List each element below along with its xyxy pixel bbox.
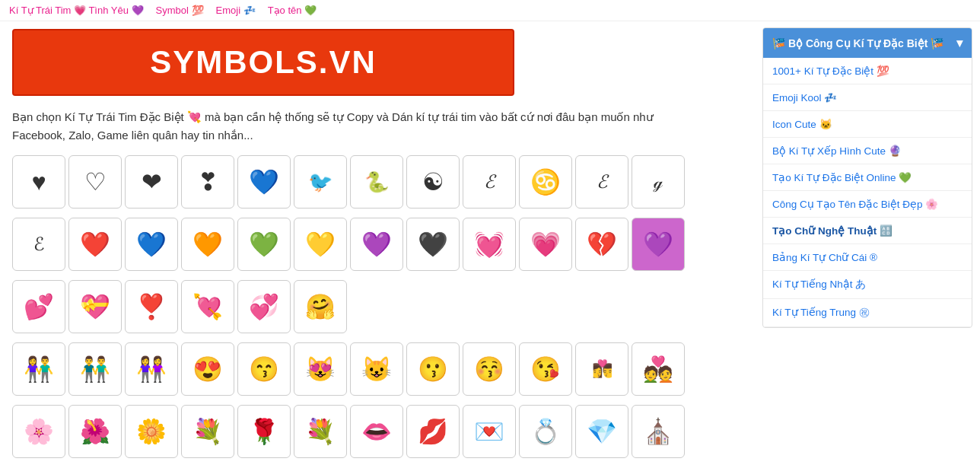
sidebar-item: Bảng Kí Tự Chữ Cái ®	[763, 244, 972, 271]
symbol-section-2: ℰ ❤️ 💙 🧡 💚 💛 💜 🖤 💓 💗 💔 💜	[12, 218, 743, 271]
sidebar-item: Tạo Chữ Nghệ Thuật 🔠	[763, 218, 972, 244]
symbol-cell[interactable]: 👄	[350, 405, 403, 458]
symbol-cell[interactable]: 💔	[575, 218, 628, 271]
symbol-cell[interactable]: 💌	[463, 405, 516, 458]
symbol-cell[interactable]: ❣	[181, 155, 234, 209]
symbol-grid-5: 🌸 🌺 🌼 💐 🌹 💐 👄 💋 💌 💍 💎 ⛪	[12, 405, 743, 458]
symbol-cell[interactable]: 👭	[125, 342, 178, 396]
symbol-grid-1: ♥ ♡ ❤ ❣ 💙 🐦 🐍 ☯ ℰ ♋ ℰ ℊ	[12, 155, 743, 209]
symbol-cell[interactable]: 💜	[350, 218, 403, 271]
sidebar-header: 🎏 Bộ Công Cụ Kí Tự Đặc Biệt 🎏 ▾	[763, 28, 972, 58]
main-content: SYMBOLS.VN Bạn chọn Kí Tự Trái Tim Đặc B…	[0, 21, 755, 468]
symbol-cell[interactable]: ♡	[68, 155, 122, 209]
nav-link-symbol[interactable]: Symbol 💯	[156, 5, 204, 16]
nav-link-name[interactable]: Tạo tên 💚	[268, 5, 317, 16]
symbol-cell[interactable]: 💗	[519, 218, 572, 271]
sidebar-link-icon-cute[interactable]: Icon Cute 🐱	[763, 111, 972, 137]
symbol-cell[interactable]: ❤	[125, 155, 178, 209]
symbol-cell[interactable]: 👬	[68, 342, 122, 396]
symbol-cell[interactable]: 💙	[125, 218, 178, 271]
symbol-cell[interactable]: ☯	[406, 155, 460, 209]
symbol-cell[interactable]: 💎	[575, 405, 628, 458]
symbol-cell[interactable]: ❤️	[68, 218, 122, 271]
sidebar-link-tao-ki-tu[interactable]: Tạo Kí Tự Đặc Biệt Online 💚	[763, 164, 972, 190]
sidebar-link-bo-ki-tu[interactable]: Bộ Kí Tự Xếp Hình Cute 🔮	[763, 138, 972, 164]
sidebar-item: Icon Cute 🐱	[763, 111, 972, 138]
symbol-cell[interactable]: 💐	[181, 405, 234, 458]
symbol-cell[interactable]: 💛	[294, 218, 347, 271]
symbol-cell[interactable]: 👫	[12, 342, 65, 396]
sidebar-link-emoji-kool[interactable]: Emoji Kool 💤	[763, 84, 972, 110]
site-banner: SYMBOLS.VN	[12, 29, 514, 96]
symbol-cell[interactable]: 😻	[294, 342, 347, 396]
symbol-cell[interactable]: 💋	[406, 405, 460, 458]
top-navigation: Kí Tự Trái Tim 💗 Tình Yêu 💜 Symbol 💯 Emo…	[0, 0, 980, 21]
chevron-down-icon: ▾	[956, 36, 963, 50]
sidebar-link-special-chars[interactable]: 1001+ Kí Tự Đặc Biệt 💯	[763, 58, 972, 84]
sidebar-item: Bộ Kí Tự Xếp Hình Cute 🔮	[763, 138, 972, 164]
symbol-cell[interactable]: 💕	[12, 280, 65, 333]
nav-link-heart[interactable]: Kí Tự Trái Tim 💗 Tình Yêu 💜	[9, 5, 144, 16]
symbol-cell[interactable]: 🧡	[181, 218, 234, 271]
symbol-cell[interactable]: 💘	[181, 280, 234, 333]
sidebar-item: 1001+ Kí Tự Đặc Biệt 💯	[763, 58, 972, 84]
symbol-cell[interactable]: 💜	[632, 218, 685, 271]
symbol-cell[interactable]: 💙	[237, 155, 291, 209]
symbol-grid-2: ℰ ❤️ 💙 🧡 💚 💛 💜 🖤 💓 💗 💔 💜	[12, 218, 743, 271]
sidebar-link-cong-cu-ten[interactable]: Công Cụ Tạo Tên Đặc Biệt Đẹp 🌸	[763, 191, 972, 217]
symbol-cell[interactable]: 😺	[350, 342, 403, 396]
symbol-section-3: 💕 💝 ❣️ 💘 💞 🤗	[12, 280, 743, 333]
symbol-grid-4: 👫 👬 👭 😍 😙 😻 😺 😗 😚 😘 👩‍❤️‍💋‍👨 💑	[12, 342, 743, 396]
symbol-cell[interactable]: 💞	[237, 280, 291, 333]
symbol-cell[interactable]: 😗	[406, 342, 460, 396]
page-description: Bạn chọn Kí Tự Trái Tim Đặc Biệt 💘 mà bạ…	[12, 108, 697, 145]
sidebar-link-tieng-trung[interactable]: Kí Tự Tiếng Trung ㊗	[763, 299, 972, 326]
symbol-cell[interactable]: ♥	[12, 155, 65, 209]
sidebar-item: Tạo Kí Tự Đặc Biệt Online 💚	[763, 164, 972, 191]
site-title: SYMBOLS.VN	[14, 44, 513, 81]
sidebar-item: Công Cụ Tạo Tên Đặc Biệt Đẹp 🌸	[763, 191, 972, 218]
symbol-cell[interactable]: 💝	[68, 280, 122, 333]
symbol-cell[interactable]: ❣️	[125, 280, 178, 333]
sidebar-title: 🎏 Bộ Công Cụ Kí Tự Đặc Biệt 🎏	[772, 37, 943, 49]
symbol-cell[interactable]: 🌹	[237, 405, 291, 458]
symbol-section-4: 👫 👬 👭 😍 😙 😻 😺 😗 😚 😘 👩‍❤️‍💋‍👨 💑	[12, 342, 743, 396]
nav-link-emoji[interactable]: Emoji 💤	[216, 5, 256, 16]
symbol-cell[interactable]: 😙	[237, 342, 291, 396]
symbol-cell[interactable]: 🌺	[68, 405, 122, 458]
sidebar-item: Kí Tự Tiếng Nhật あ	[763, 271, 972, 299]
symbol-section-5: 🌸 🌺 🌼 💐 🌹 💐 👄 💋 💌 💍 💎 ⛪	[12, 405, 743, 458]
symbol-cell[interactable]: 😘	[519, 342, 572, 396]
symbol-cell[interactable]: ⛪	[632, 405, 685, 458]
symbol-cell[interactable]: 💓	[463, 218, 516, 271]
symbol-cell[interactable]: 💑	[632, 342, 685, 396]
symbol-cell[interactable]: 🌼	[125, 405, 178, 458]
sidebar-link-tieng-nhat[interactable]: Kí Tự Tiếng Nhật あ	[763, 271, 972, 298]
symbol-cell[interactable]: 🤗	[294, 280, 347, 333]
symbol-cell[interactable]: 🖤	[406, 218, 460, 271]
symbol-cell[interactable]: 💍	[519, 405, 572, 458]
symbol-cell[interactable]: 🌸	[12, 405, 65, 458]
sidebar: 🎏 Bộ Công Cụ Kí Tự Đặc Biệt 🎏 ▾ 1001+ Kí…	[755, 21, 980, 468]
symbol-cell[interactable]: ℰ	[463, 155, 516, 209]
symbol-section-1: ♥ ♡ ❤ ❣ 💙 🐦 🐍 ☯ ℰ ♋ ℰ ℊ	[12, 155, 743, 209]
symbol-cell[interactable]: ♋	[519, 155, 572, 209]
symbol-cell[interactable]: 😚	[463, 342, 516, 396]
symbol-grid-3: 💕 💝 ❣️ 💘 💞 🤗	[12, 280, 743, 333]
symbol-cell[interactable]: 💚	[237, 218, 291, 271]
sidebar-item: Kí Tự Tiếng Trung ㊗	[763, 299, 972, 327]
sidebar-link-bang-ki-tu[interactable]: Bảng Kí Tự Chữ Cái ®	[763, 244, 972, 270]
symbol-cell[interactable]: 👩‍❤️‍💋‍👨	[575, 342, 628, 396]
symbol-cell[interactable]: 💐	[294, 405, 347, 458]
symbol-cell[interactable]: ℰ	[12, 218, 65, 271]
sidebar-navigation: 1001+ Kí Tự Đặc Biệt 💯 Emoji Kool 💤 Icon…	[763, 58, 972, 327]
symbol-cell[interactable]: 😍	[181, 342, 234, 396]
sidebar-box: 🎏 Bộ Công Cụ Kí Tự Đặc Biệt 🎏 ▾ 1001+ Kí…	[762, 27, 972, 328]
symbol-cell[interactable]: 🐍	[350, 155, 403, 209]
sidebar-item: Emoji Kool 💤	[763, 84, 972, 111]
symbol-cell[interactable]: 🐦	[294, 155, 347, 209]
sidebar-link-chu-nghe-thuat[interactable]: Tạo Chữ Nghệ Thuật 🔠	[763, 218, 972, 244]
symbol-cell[interactable]: ℰ	[575, 155, 628, 209]
symbol-cell[interactable]: ℊ	[632, 155, 685, 209]
